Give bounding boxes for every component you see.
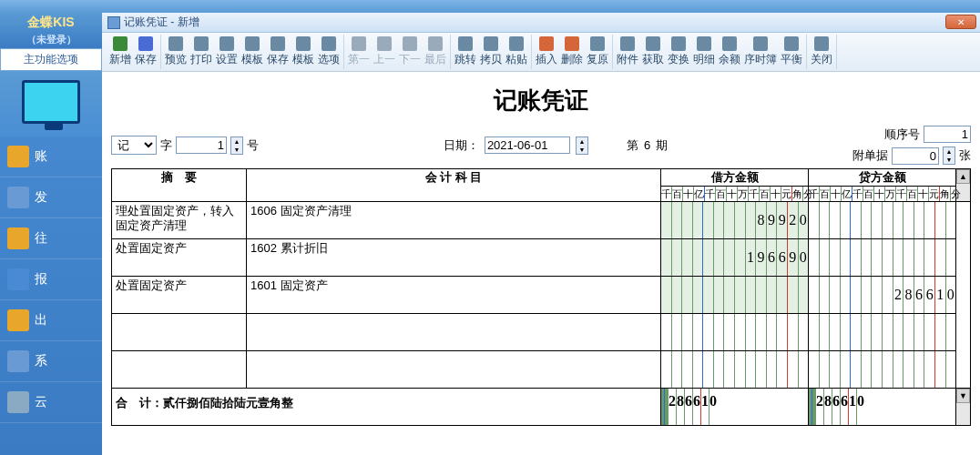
toolbar-复原[interactable]: 复原	[585, 35, 610, 69]
toolbar-关闭[interactable]: 关闭	[809, 35, 834, 69]
number-spinner[interactable]: ▲▼	[230, 136, 243, 155]
toolbar-选项[interactable]: 选项	[316, 35, 342, 69]
debit-cell[interactable]	[661, 351, 808, 388]
side-icon	[7, 309, 29, 331]
tool-label: 余额	[719, 52, 740, 67]
toolbar-跳转[interactable]: 跳转	[453, 35, 478, 69]
voucher-row[interactable]: 处置固定资产1602 累计折旧196690	[112, 239, 971, 277]
debit-cell[interactable]	[661, 314, 808, 350]
att-input[interactable]	[892, 147, 939, 165]
tool-label: 获取	[642, 52, 664, 67]
sidebar-item[interactable]: 往	[0, 218, 102, 259]
tool-label: 设置	[216, 52, 238, 67]
credit-cell[interactable]: 286610	[809, 277, 955, 313]
sidebar-item[interactable]: 出	[0, 300, 102, 341]
toolbar-粘贴[interactable]: 粘贴	[504, 35, 529, 69]
zi-label: 字	[160, 137, 172, 154]
side-label: 账	[35, 148, 47, 165]
credit-cell[interactable]	[809, 202, 955, 238]
voucher-row[interactable]: 处置固定资产1601 固定资产286610	[112, 277, 971, 314]
tool-label: 序时簿	[744, 52, 777, 67]
main-function-tab[interactable]: 主功能选项	[0, 48, 102, 71]
side-label: 发	[35, 189, 47, 206]
tool-icon	[814, 36, 829, 51]
toolbar-模板[interactable]: 模板	[240, 35, 265, 69]
voucher-row[interactable]: 理处置固定资产，转入固定资产清理1606 固定资产清理89920	[112, 202, 971, 239]
sidebar-item[interactable]: 云	[0, 382, 102, 423]
monitor-graphic	[0, 71, 102, 136]
tool-label: 关闭	[811, 52, 832, 67]
sidebar-item[interactable]: 发	[0, 177, 102, 218]
tool-label: 第一	[348, 52, 370, 67]
hdr-account: 会 计 科 目	[247, 169, 661, 202]
voucher-row[interactable]	[112, 314, 971, 351]
voucher-row[interactable]	[112, 351, 971, 389]
summary-cell[interactable]	[112, 314, 246, 318]
sidebar-item[interactable]: 账	[0, 136, 102, 177]
account-cell[interactable]	[247, 351, 660, 355]
summary-cell[interactable]: 理处置固定资产，转入固定资产清理	[112, 202, 246, 235]
toolbar-保存[interactable]: 保存	[133, 35, 158, 69]
credit-cell[interactable]	[809, 351, 955, 388]
side-label: 报	[35, 271, 47, 288]
toolbar-附件[interactable]: 附件	[615, 35, 640, 69]
voucher-number-input[interactable]	[176, 136, 227, 154]
toolbar-删除[interactable]: 删除	[559, 35, 585, 69]
toolbar-拷贝[interactable]: 拷贝	[478, 35, 504, 69]
account-cell[interactable]: 1601 固定资产	[247, 277, 660, 295]
toolbar-保存[interactable]: 保存	[265, 35, 291, 69]
toolbar-打印[interactable]: 打印	[189, 35, 214, 69]
tool-icon	[403, 36, 417, 51]
account-cell[interactable]: 1606 固定资产清理	[247, 202, 660, 220]
tool-icon	[322, 36, 336, 51]
period-prefix: 第	[627, 137, 638, 154]
toolbar-序时簿[interactable]: 序时簿	[742, 35, 779, 69]
sidebar-item[interactable]: 报	[0, 259, 102, 300]
debit-cell[interactable]	[661, 277, 808, 313]
tool-label: 删除	[561, 52, 583, 67]
toolbar-模板[interactable]: 模板	[291, 35, 316, 69]
date-input[interactable]	[485, 136, 570, 154]
voucher-table[interactable]: 摘 要 会 计 科 目 借方金额 贷方金额 ▲ 千百十亿千百十万千百十元角分 千…	[111, 168, 971, 426]
side-icon	[7, 146, 29, 167]
toolbar-明细[interactable]: 明细	[691, 35, 717, 69]
voucher-type-select[interactable]: 记	[111, 136, 157, 155]
tool-label: 拷贝	[480, 52, 502, 67]
tool-icon	[539, 36, 554, 51]
seq-input[interactable]	[924, 126, 971, 143]
account-cell[interactable]	[247, 314, 660, 318]
tool-icon	[428, 36, 443, 51]
summary-cell[interactable]: 处置固定资产	[112, 239, 246, 258]
period-suffix: 期	[656, 137, 668, 154]
tool-label: 保存	[267, 52, 289, 67]
account-cell[interactable]: 1602 累计折旧	[247, 239, 660, 258]
hdr-summary: 摘 要	[112, 169, 247, 202]
toolbar-设置[interactable]: 设置	[214, 35, 240, 69]
tool-label: 选项	[318, 52, 340, 67]
close-button[interactable]: ✕	[945, 15, 976, 29]
debit-cell[interactable]: 196690	[661, 239, 808, 276]
toolbar-余额[interactable]: 余额	[717, 35, 742, 69]
debit-cell[interactable]: 89920	[661, 202, 808, 238]
tool-label: 明细	[693, 52, 715, 67]
tool-icon	[458, 36, 473, 51]
summary-cell[interactable]	[112, 351, 246, 355]
window-title: 记账凭证 - 新增	[124, 15, 199, 30]
toolbar-变换[interactable]: 变换	[666, 35, 691, 69]
tool-icon	[168, 36, 183, 51]
toolbar-插入[interactable]: 插入	[534, 35, 559, 69]
toolbar-获取[interactable]: 获取	[640, 35, 666, 69]
date-spinner[interactable]: ▲▼	[576, 136, 588, 155]
sidebar-item[interactable]: 系	[0, 341, 102, 382]
tool-label: 附件	[617, 52, 638, 67]
summary-cell[interactable]: 处置固定资产	[112, 277, 246, 295]
toolbar-新增[interactable]: 新增	[107, 35, 133, 69]
toolbar-平衡[interactable]: 平衡	[779, 35, 804, 69]
att-spinner[interactable]: ▲▼	[943, 147, 955, 165]
toolbar-预览[interactable]: 预览	[163, 35, 189, 69]
att-label: 附单据	[852, 147, 888, 164]
credit-cell[interactable]	[809, 239, 955, 276]
tool-label: 最后	[424, 52, 446, 67]
credit-cell[interactable]	[809, 314, 955, 350]
side-icon	[7, 187, 29, 208]
